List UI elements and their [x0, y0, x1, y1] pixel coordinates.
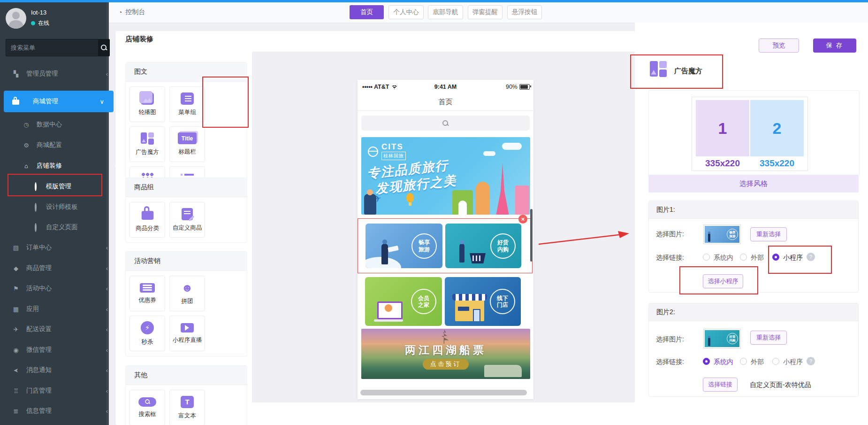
- sidebar-item-data-center[interactable]: ◷ 数据中心: [0, 115, 131, 134]
- sidebar-item-store-management[interactable]: ♖ 门店管理 ‹: [0, 381, 121, 400]
- component-title-bar[interactable]: Title 标题栏: [169, 126, 205, 162]
- sidebar-item-shop-decoration[interactable]: ⌂ 店铺装修 ∨: [0, 156, 131, 175]
- sidebar-item-admin[interactable]: ▚ 管理员管理 ‹: [0, 64, 121, 83]
- choose-miniprogram-button[interactable]: 选择小程序: [703, 274, 743, 288]
- apps-grid-icon: ▦: [12, 306, 20, 313]
- ad-cube-block-selected[interactable]: × 畅享旅游 好货内购: [358, 218, 533, 273]
- circle-icon: [35, 203, 37, 212]
- battery-percent: 90%: [506, 84, 518, 90]
- tab-bottom-nav[interactable]: 底部导航: [428, 5, 463, 19]
- component-search-box[interactable]: 搜索框: [129, 390, 165, 425]
- image1-thumbnail[interactable]: 畅享旅游: [703, 224, 741, 244]
- radio-system[interactable]: [703, 358, 710, 365]
- phone-nav-title: 首页: [358, 94, 533, 111]
- horizontal-scrollbar[interactable]: [360, 390, 527, 395]
- component-ad-cube[interactable]: 广告魔方: [129, 126, 165, 162]
- choose-link-label: 选择链接:: [656, 254, 684, 262]
- palette-group-marketing: 活动营销 优惠券 ☻ 拼团 ⚡ 秒杀 小程序直播: [125, 251, 247, 356]
- choose-link-label: 选择链接:: [656, 358, 684, 366]
- help-icon[interactable]: ?: [807, 357, 815, 365]
- tab-popup-reminder[interactable]: 弹窗提醒: [468, 5, 503, 19]
- component-menu-group[interactable]: 菜单组: [169, 86, 205, 122]
- store-sign-shape: [458, 307, 469, 311]
- radio-miniprogram-label[interactable]: 小程序: [783, 254, 803, 262]
- tab-float-button[interactable]: 悬浮按钮: [507, 5, 542, 19]
- close-icon[interactable]: ×: [518, 215, 527, 224]
- phone-search-bar[interactable]: [361, 116, 530, 131]
- chevron-left-icon: ‹: [106, 367, 108, 374]
- newspaper-icon: ≣: [12, 408, 20, 415]
- vertical-scrollbar[interactable]: [530, 209, 533, 262]
- ad-cube-card-offline-store[interactable]: 线下门店: [445, 277, 521, 326]
- balloon-shape: [406, 193, 414, 202]
- component-custom-product[interactable]: 自定义商品: [169, 202, 205, 238]
- component-group-buy[interactable]: ☻ 拼团: [169, 276, 205, 311]
- palette-group-other: 其他 搜索框 T 富文本 订单卡片: [125, 365, 247, 425]
- ticket-banner[interactable]: 两江四湖船票 点击预订: [361, 329, 530, 379]
- component-flash-sale[interactable]: ⚡ 秒杀: [129, 316, 165, 351]
- rechoose-button[interactable]: 重新选择: [750, 331, 787, 345]
- component-rich-text[interactable]: T 富文本: [169, 390, 205, 425]
- choose-link-button[interactable]: 选择链接: [703, 378, 738, 392]
- tab-home[interactable]: 首页: [350, 5, 384, 19]
- radio-miniprogram[interactable]: [772, 254, 779, 261]
- bank-icon: ♖: [12, 387, 20, 394]
- tab-personal-center[interactable]: 个人中心: [388, 5, 424, 19]
- radio-miniprogram[interactable]: [772, 358, 779, 365]
- radio-external-label[interactable]: 外部: [751, 358, 764, 366]
- ad-cube-card-travel[interactable]: 畅享旅游: [365, 224, 442, 268]
- component-carousel[interactable]: 轮播图: [129, 86, 165, 122]
- sidebar-item-product-management[interactable]: ◆ 商品管理 ‹: [0, 259, 121, 278]
- radio-system[interactable]: [703, 254, 710, 261]
- layout-preview-card: 1 2 335x220 335x220: [648, 90, 860, 177]
- sidebar-item-mall-config[interactable]: ⚙ 商城配置: [0, 136, 131, 155]
- boat-shape: [484, 365, 522, 377]
- banner-title: 两江四湖船票: [361, 343, 530, 357]
- radio-external-label[interactable]: 外部: [751, 254, 764, 262]
- search-button[interactable]: [98, 39, 110, 56]
- help-icon[interactable]: ?: [807, 253, 815, 261]
- sidebar-item-message-notify[interactable]: ➤ 消息通知 ‹: [0, 361, 121, 379]
- dashboard-icon: ◷: [23, 121, 30, 128]
- book-now-button[interactable]: 点击预订: [423, 359, 469, 370]
- chevron-left-icon: ‹: [106, 285, 108, 292]
- sidebar-item-wechat-management[interactable]: ◉ 微信管理 ‹: [0, 340, 121, 359]
- ad-cube-card-goods[interactable]: 好货内购: [445, 224, 521, 268]
- radio-system-label[interactable]: 系统内: [714, 358, 733, 366]
- breadcrumb[interactable]: ◔ 控制台: [118, 8, 145, 16]
- section-header: 图片2:: [649, 303, 858, 321]
- shop-decoration-builder: Iot-13 在线 ▚ 管理员管理 ‹ 商城管理 ∨ ◷ 数据中心 ⚙ 商城配置: [0, 0, 868, 425]
- radio-external[interactable]: [740, 254, 747, 261]
- rechoose-button[interactable]: 重新选择: [750, 227, 787, 241]
- ad-label: 线下门店: [490, 289, 515, 314]
- sidebar-item-info-management[interactable]: ≣ 信息管理 ‹: [0, 402, 121, 420]
- slot-2[interactable]: 2: [750, 100, 804, 156]
- sidebar-item-delivery-settings[interactable]: ✈ 配送设置 ‹: [0, 320, 121, 339]
- sidebar-item-activity-center[interactable]: ⚑ 活动中心 ‹: [0, 279, 121, 298]
- radio-miniprogram-label[interactable]: 小程序: [783, 358, 803, 366]
- preview-button[interactable]: 预览: [759, 39, 799, 53]
- chevron-left-icon: ‹: [106, 408, 108, 415]
- radio-external[interactable]: [740, 358, 747, 365]
- sidebar-item-mall[interactable]: 商城管理 ∨: [4, 91, 114, 112]
- component-miniprogram-live[interactable]: 小程序直播: [169, 316, 205, 351]
- phone-preview: ••••• AT&T 9:41 AM 90% 首页 CITS 桂林国旅: [358, 80, 533, 399]
- sidebar-item-order-center[interactable]: ▤ 订单中心 ‹: [0, 238, 121, 257]
- radio-system-label[interactable]: 系统内: [714, 254, 733, 262]
- component-product-category[interactable]: 商品分类: [129, 202, 165, 238]
- search-icon: [101, 45, 107, 51]
- ad-cube-card-member[interactable]: 会员之家: [365, 277, 442, 326]
- sidebar-item-apps[interactable]: ▦ 应用 ‹: [0, 300, 121, 318]
- component-coupon[interactable]: 优惠券: [129, 276, 165, 311]
- slot-1[interactable]: 1: [696, 100, 749, 156]
- search-input[interactable]: [6, 39, 98, 56]
- chevron-down-icon: ∨: [99, 98, 104, 105]
- avatar[interactable]: [6, 8, 26, 29]
- image2-thumbnail[interactable]: 好货内购: [703, 329, 741, 348]
- choose-style-button[interactable]: 选择风格: [648, 175, 859, 193]
- save-button[interactable]: 保 存: [813, 39, 856, 53]
- sidebar-search: [6, 39, 103, 56]
- search-pill-icon: [138, 397, 156, 407]
- page-tabs-bar: [252, 402, 635, 425]
- carousel-banner[interactable]: CITS 桂林国旅 专注品质旅行 发现旅行之美 ✈: [361, 137, 530, 215]
